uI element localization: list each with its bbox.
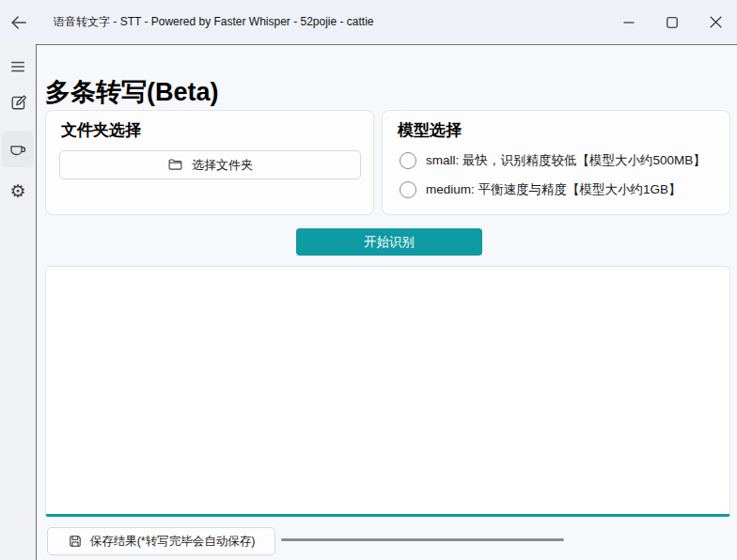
window-title: 语音转文字 - STT - Powered by Faster Whisper …	[54, 14, 374, 30]
sidebar-item-settings[interactable]: ⚙	[2, 177, 34, 205]
back-arrow-icon	[8, 12, 29, 33]
model-option-small[interactable]: small: 最快，识别精度较低【模型大小约500MB】	[400, 152, 706, 169]
start-recognition-button[interactable]: 开始识别	[296, 228, 482, 256]
folder-icon	[167, 157, 183, 173]
minimize-icon	[623, 17, 635, 28]
save-results-button[interactable]: 保存结果(*转写完毕会自动保存)	[47, 527, 275, 555]
select-folder-button[interactable]: 选择文件夹	[59, 150, 361, 179]
select-folder-label: 选择文件夹	[192, 157, 253, 174]
back-button[interactable]	[3, 7, 35, 39]
hamburger-menu-icon	[9, 58, 26, 75]
window-controls	[607, 0, 737, 44]
folder-panel-title: 文件夹选择	[61, 119, 141, 141]
radio-button-small[interactable]	[400, 152, 416, 169]
maximize-button[interactable]	[651, 0, 694, 44]
page-title: 多条转写(Beta)	[45, 75, 219, 109]
model-panel-title: 模型选择	[398, 119, 462, 141]
gear-icon: ⚙	[9, 182, 25, 200]
sidebar-item-menu[interactable]	[2, 53, 34, 81]
save-button-label: 保存结果(*转写完毕会自动保存)	[90, 534, 256, 550]
transcription-output-area[interactable]	[45, 266, 730, 517]
model-option-medium-label: medium: 平衡速度与精度【模型大小约1GB】	[426, 181, 682, 198]
cup-icon	[8, 140, 27, 159]
progress-bar	[281, 538, 564, 541]
model-option-small-label: small: 最快，识别精度较低【模型大小约500MB】	[426, 152, 706, 169]
edit-icon	[9, 94, 27, 112]
sidebar-item-edit[interactable]	[2, 88, 34, 117]
save-icon	[68, 534, 83, 549]
close-icon	[710, 16, 722, 28]
minimize-button[interactable]	[607, 0, 651, 44]
folder-selection-panel: 文件夹选择 选择文件夹	[45, 110, 374, 215]
sidebar-item-transcribe[interactable]	[2, 132, 34, 167]
model-selection-panel: 模型选择 small: 最快，识别精度较低【模型大小约500MB】 medium…	[382, 110, 730, 215]
close-button[interactable]	[694, 0, 737, 44]
radio-button-medium[interactable]	[400, 181, 416, 198]
title-bar: 语音转文字 - STT - Powered by Faster Whisper …	[0, 0, 737, 44]
maximize-icon	[666, 17, 678, 28]
sidebar: ⚙	[0, 44, 36, 560]
model-option-medium[interactable]: medium: 平衡速度与精度【模型大小约1GB】	[400, 181, 682, 198]
